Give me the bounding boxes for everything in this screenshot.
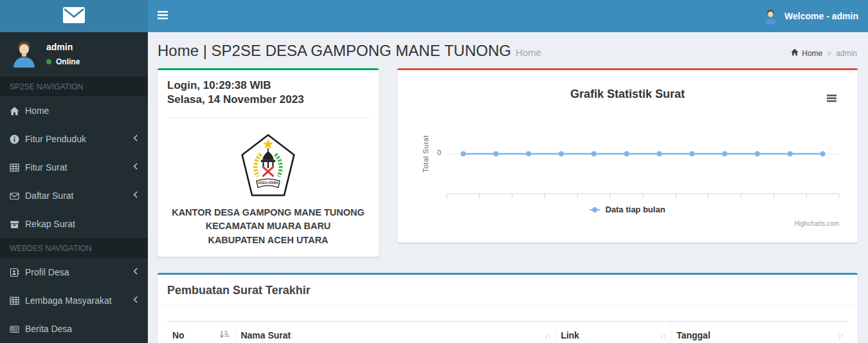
login-date: Selasa, 14 November 2023: [167, 93, 369, 107]
aceh-utara-emblem: ACEH UTARA: [167, 133, 369, 198]
sidebar-item-label: Fitur Penduduk: [25, 134, 132, 144]
online-dot-icon: [46, 59, 51, 64]
sidebar-section-header-webdes: WEBDES NAVIGATION: [0, 238, 148, 258]
sidebar-item-label: Daftar Surat: [25, 190, 132, 201]
office-line-1: KANTOR DESA GAMPONG MANE TUNONG: [167, 206, 369, 220]
sidebar-item-home[interactable]: Home: [0, 97, 148, 125]
welcome-label: Welcome - admin: [784, 11, 858, 21]
office-line-3: KABUPATEN ACEH UTARA: [167, 234, 369, 248]
table-box-title: Pembuatan Surat Terakhir: [167, 284, 848, 297]
office-line-2: KECAMATAN MUARA BARU: [167, 219, 369, 234]
table-icon: [10, 296, 25, 306]
page-subtitle: Home: [516, 47, 541, 58]
sidebar-item-label: Lembaga Masyarakat: [25, 295, 132, 306]
user-status-link[interactable]: Online: [46, 57, 80, 66]
home-icon: [791, 48, 799, 58]
sidebar-item-label: Rekap Surat: [25, 219, 138, 229]
sort-both-icon: ↓↑: [660, 331, 665, 340]
sidebar-item-label: Fitur Surat: [25, 162, 132, 172]
sidebar-item-lembaga-masyarakat[interactable]: Lembaga Masyarakat: [0, 286, 148, 315]
sidebar-item-profil-desa[interactable]: Profil Desa: [0, 258, 148, 286]
navbar: Welcome - admin: [148, 0, 868, 32]
divider: [167, 117, 369, 118]
info-circle-icon: [10, 134, 25, 144]
address-book-icon: [10, 268, 25, 277]
chevron-left-icon: [132, 267, 138, 277]
chevron-left-icon: [132, 134, 138, 144]
sidebar: admin Online SP2SE NAVIGATION Home Fitur…: [0, 32, 148, 343]
navbar-user-menu[interactable]: Welcome - admin: [763, 8, 868, 24]
emblem-banner-text: ACEH UTARA: [258, 181, 278, 185]
table-header-row: No Nama Surat ↓↑ Link ↓↑: [167, 322, 848, 343]
top-navbar: Welcome - admin: [0, 0, 868, 32]
newspaper-icon: [10, 324, 25, 334]
home-icon: [10, 106, 25, 116]
sidebar-toggle-button[interactable]: [148, 0, 177, 33]
legend-line-marker-icon: [590, 209, 600, 210]
sidebar-item-fitur-surat[interactable]: Fitur Surat: [0, 153, 148, 181]
content-wrapper: Home | SP2SE DESA GAMPONG MANE TUNONGHom…: [148, 32, 868, 343]
breadcrumb-home[interactable]: Home: [791, 48, 822, 58]
breadcrumb: Home > admin: [791, 48, 857, 58]
chart-plot: [397, 70, 858, 243]
user-status-label: Online: [56, 57, 80, 66]
chevron-left-icon: [132, 162, 138, 172]
sort-both-icon: ↓↑: [544, 331, 550, 340]
column-header-link[interactable]: Link ↓↑: [556, 322, 671, 343]
sort-amount-asc-icon: [219, 330, 230, 340]
chart-legend-item[interactable]: Data tiap bulan: [397, 205, 858, 214]
recent-letters-box: Pembuatan Surat Terakhir No Nama Surat: [158, 273, 858, 343]
breadcrumb-separator: >: [827, 49, 831, 58]
login-time: Login, 10:29:38 WIB: [167, 79, 369, 93]
chevron-left-icon: [132, 295, 138, 306]
sidebar-item-label: Home: [25, 106, 138, 116]
sidebar-user-panel: admin Online: [0, 32, 148, 77]
column-header-no[interactable]: No: [167, 322, 235, 343]
page-title: Home | SP2SE DESA GAMPONG MANE TUNONGHom…: [158, 42, 858, 60]
chart-box: Grafik Statistik Surat Total Surat 0 Dat…: [397, 68, 858, 243]
sidebar-item-daftar-surat[interactable]: Daftar Surat: [0, 181, 148, 210]
envelope-icon: [10, 191, 25, 201]
sidebar-user-name: admin: [46, 42, 80, 52]
column-header-tanggal[interactable]: Tanggal ↓↑: [671, 322, 848, 343]
user-avatar-large: [10, 39, 39, 68]
sort-both-icon: ↓↑: [837, 331, 843, 340]
envelope-logo-icon: [63, 7, 85, 26]
table-icon: [10, 163, 25, 172]
sidebar-item-label: Profil Desa: [25, 267, 132, 277]
sidebar-item-fitur-penduduk[interactable]: Fitur Penduduk: [0, 125, 148, 153]
highcharts-credit-link[interactable]: Highcharts.com: [795, 220, 839, 227]
chevron-left-icon: [132, 190, 138, 201]
legend-label: Data tiap bulan: [605, 205, 665, 214]
navbar-logo[interactable]: [0, 0, 148, 32]
breadcrumb-current: admin: [836, 49, 857, 58]
column-header-nama-surat[interactable]: Nama Surat ↓↑: [235, 322, 556, 343]
sidebar-item-label: Berita Desa: [25, 324, 138, 334]
login-info-box: Login, 10:29:38 WIB Selasa, 14 November …: [158, 68, 379, 257]
user-avatar-small: [763, 8, 779, 24]
sidebar-section-header-sp2se: SP2SE NAVIGATION: [0, 77, 148, 97]
recent-letters-table: No Nama Surat ↓↑ Link ↓↑: [167, 321, 848, 343]
archive-icon: [10, 219, 25, 229]
sidebar-item-berita-desa[interactable]: Berita Desa: [0, 315, 148, 343]
sidebar-item-rekap-surat[interactable]: Rekap Surat: [0, 210, 148, 238]
hamburger-icon: [158, 10, 168, 22]
